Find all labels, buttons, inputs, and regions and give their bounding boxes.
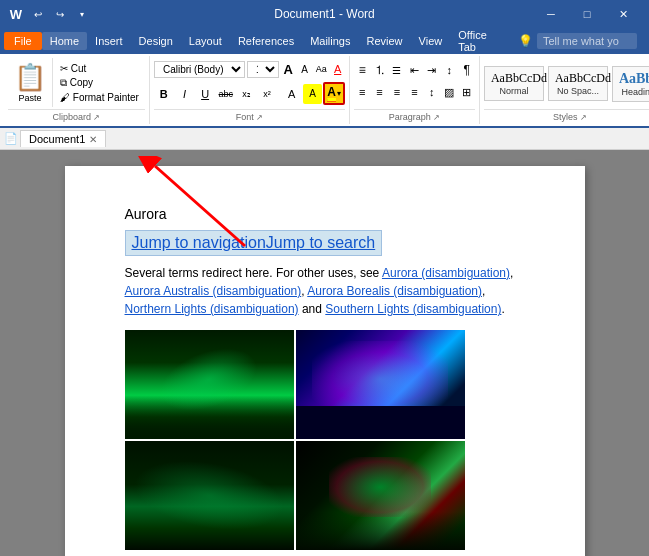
paste-icon: 📋	[14, 62, 46, 93]
ribbon: 📋 Paste ✂ Cut ⧉ Copy 🖌 Format Painter Cl…	[0, 54, 649, 128]
font-size-select[interactable]: 11	[247, 61, 279, 78]
numbering-button[interactable]: ⒈	[371, 60, 387, 80]
jump-to-navigation-link[interactable]: Jump to navigation	[132, 234, 266, 251]
align-center-button[interactable]: ≡	[371, 82, 387, 102]
paste-label: Paste	[18, 93, 41, 103]
menu-view[interactable]: View	[411, 32, 451, 50]
justify-button[interactable]: ≡	[406, 82, 422, 102]
aurora-image-4	[296, 441, 465, 550]
document-tab-close[interactable]: ✕	[89, 134, 97, 145]
document-tab-bar: 📄 Document1 ✕	[0, 128, 649, 150]
paragraph-row2: ≡ ≡ ≡ ≡ ↕ ▨ ⊞	[354, 82, 475, 102]
italic-button[interactable]: I	[175, 84, 195, 104]
font-color-icon: A	[327, 85, 336, 102]
styles-group: AaBbCcDd Normal AaBbCcDd No Spac... AaBb…	[480, 56, 649, 124]
aurora-disambiguation-link[interactable]: Aurora (disambiguation)	[382, 266, 510, 280]
decrease-indent-button[interactable]: ⇤	[406, 60, 422, 80]
redo-button[interactable]: ↪	[52, 6, 68, 22]
align-left-button[interactable]: ≡	[354, 82, 370, 102]
multilevel-list-button[interactable]: ☰	[389, 60, 405, 80]
font-group: Calibri (Body) 11 A A Aa A B I U abc x₂ …	[150, 56, 350, 124]
document-tab[interactable]: Document1 ✕	[20, 130, 106, 147]
clipboard-small-buttons: ✂ Cut ⧉ Copy 🖌 Format Painter	[54, 60, 145, 106]
cut-button[interactable]: ✂ Cut	[56, 62, 143, 75]
font-name-select[interactable]: Calibri (Body)	[154, 61, 245, 78]
title-bar: W ↩ ↪ ▾ Document1 - Word ─ □ ✕	[0, 0, 649, 28]
aurora-borealis-link[interactable]: Aurora Borealis (disambiguation)	[307, 284, 482, 298]
superscript-button[interactable]: x²	[257, 84, 277, 104]
close-button[interactable]: ✕	[605, 0, 641, 28]
aurora-australis-link[interactable]: Aurora Australis (disambiguation)	[125, 284, 302, 298]
document-page: Aurora Jump to navigationJump to search …	[65, 166, 585, 556]
quick-access-button[interactable]: ▾	[74, 6, 90, 22]
bold-button[interactable]: B	[154, 84, 174, 104]
window-title: Document1 - Word	[274, 7, 374, 21]
style-nospace[interactable]: AaBbCcDd No Spac...	[548, 66, 608, 101]
show-formatting-button[interactable]: ¶	[458, 60, 474, 80]
paragraph-group: ≡ ⒈ ☰ ⇤ ⇥ ↕ ¶ ≡ ≡ ≡ ≡ ↕ ▨ ⊞ Paragraph ↗	[350, 56, 480, 124]
font-label: Font ↗	[154, 109, 345, 122]
menu-design[interactable]: Design	[131, 32, 181, 50]
title-bar-controls: ─ □ ✕	[533, 0, 641, 28]
underline-button[interactable]: U	[195, 84, 215, 104]
southern-lights-link[interactable]: Southern Lights (disambiguation)	[325, 302, 501, 316]
menu-officetab[interactable]: Office Tab	[450, 26, 510, 56]
shrink-font-button[interactable]: A	[297, 60, 312, 78]
menu-references[interactable]: References	[230, 32, 302, 50]
copy-button[interactable]: ⧉ Copy	[56, 76, 143, 90]
styles-label: Styles ↗	[484, 109, 649, 122]
align-right-button[interactable]: ≡	[389, 82, 405, 102]
menu-review[interactable]: Review	[359, 32, 411, 50]
font-color-dropdown-arrow[interactable]: ▾	[337, 89, 341, 98]
sort-button[interactable]: ↕	[441, 60, 457, 80]
borders-button[interactable]: ⊞	[458, 82, 474, 102]
clear-formatting-button[interactable]: A	[330, 60, 345, 78]
undo-button[interactable]: ↩	[30, 6, 46, 22]
tell-me-area: 💡	[510, 33, 645, 49]
maximize-button[interactable]: □	[569, 0, 605, 28]
title-bar-left: W ↩ ↪ ▾	[8, 6, 90, 22]
paragraph-label: Paragraph ↗	[354, 109, 475, 122]
tell-me-input[interactable]	[537, 33, 637, 49]
aurora-images-grid	[125, 330, 465, 550]
clipboard-group: 📋 Paste ✂ Cut ⧉ Copy 🖌 Format Painter Cl…	[4, 56, 150, 124]
aurora-image-3	[125, 441, 294, 550]
text-highlight-button[interactable]: A	[303, 84, 323, 104]
font-color-button[interactable]: A ▾	[323, 82, 345, 105]
menu-insert[interactable]: Insert	[87, 32, 131, 50]
doc-body-text: Several terms redirect here. For other u…	[125, 264, 535, 318]
format-painter-button[interactable]: 🖌 Format Painter	[56, 91, 143, 104]
font-name-row: Calibri (Body) 11 A A Aa A	[154, 60, 345, 78]
doc-title: Aurora	[125, 206, 535, 222]
shading-button[interactable]: ▨	[441, 82, 457, 102]
menu-home[interactable]: Home	[42, 32, 87, 50]
grow-font-button[interactable]: A	[281, 60, 296, 78]
bullets-button[interactable]: ≡	[354, 60, 370, 80]
style-normal[interactable]: AaBbCcDd Normal	[484, 66, 544, 101]
line-spacing-button[interactable]: ↕	[424, 82, 440, 102]
document-content: Aurora Jump to navigationJump to search …	[125, 206, 535, 550]
clipboard-buttons: 📋 Paste ✂ Cut ⧉ Copy 🖌 Format Painter	[8, 58, 145, 107]
doc-tab-icon: 📄	[4, 132, 18, 145]
northern-lights-link[interactable]: Northern Lights (disambiguation)	[125, 302, 299, 316]
menu-bar: File Home Insert Design Layout Reference…	[0, 28, 649, 54]
menu-layout[interactable]: Layout	[181, 32, 230, 50]
document-area: Aurora Jump to navigationJump to search …	[0, 150, 649, 556]
strikethrough-button[interactable]: abc	[216, 84, 236, 104]
nav-links-bar: Jump to navigationJump to search	[125, 230, 383, 256]
jump-to-search-link[interactable]: Jump to search	[266, 234, 375, 251]
clipboard-label: Clipboard ↗	[8, 109, 145, 122]
subscript-button[interactable]: x₂	[237, 84, 257, 104]
menu-file[interactable]: File	[4, 32, 42, 50]
change-case-button[interactable]: Aa	[314, 60, 329, 78]
font-format-row: B I U abc x₂ x² A A A ▾	[154, 82, 345, 105]
minimize-button[interactable]: ─	[533, 0, 569, 28]
text-effects-button[interactable]: A	[282, 84, 302, 104]
paragraph-row1: ≡ ⒈ ☰ ⇤ ⇥ ↕ ¶	[354, 60, 475, 80]
aurora-image-2	[296, 330, 465, 439]
paste-button[interactable]: 📋 Paste	[8, 58, 53, 107]
menu-mailings[interactable]: Mailings	[302, 32, 358, 50]
increase-indent-button[interactable]: ⇥	[424, 60, 440, 80]
word-icon: W	[8, 6, 24, 22]
style-heading1[interactable]: AaBbCc Heading 1	[612, 66, 649, 102]
